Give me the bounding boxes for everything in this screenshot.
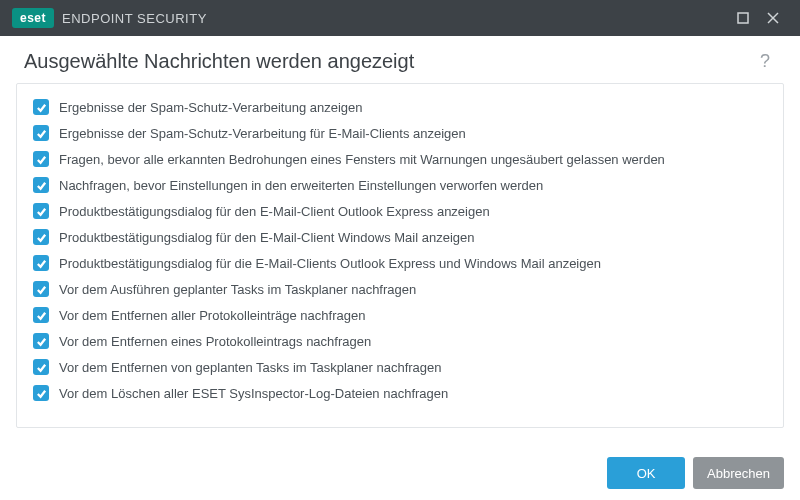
list-item: Produktbestätigungsdialog für den E-Mail… — [31, 224, 769, 250]
list-item: Vor dem Entfernen aller Protokolleinträg… — [31, 302, 769, 328]
checkbox[interactable] — [33, 307, 49, 323]
brand-badge: eset — [12, 8, 54, 28]
checkbox[interactable] — [33, 359, 49, 375]
brand-text: ENDPOINT SECURITY — [62, 11, 207, 26]
help-button[interactable]: ? — [754, 51, 776, 72]
check-icon — [36, 128, 47, 139]
checkbox[interactable] — [33, 177, 49, 193]
check-icon — [36, 102, 47, 113]
check-icon — [36, 284, 47, 295]
ok-button[interactable]: OK — [607, 457, 685, 489]
list-item-label: Produktbestätigungsdialog für den E-Mail… — [59, 230, 475, 245]
list-item: Produktbestätigungsdialog für die E-Mail… — [31, 250, 769, 276]
close-icon — [767, 12, 779, 24]
checkbox[interactable] — [33, 385, 49, 401]
checkbox[interactable] — [33, 255, 49, 271]
list-item-label: Ergebnisse der Spam-Schutz-Verarbeitung … — [59, 126, 466, 141]
list-item: Nachfragen, bevor Einstellungen in den e… — [31, 172, 769, 198]
check-icon — [36, 258, 47, 269]
checkbox[interactable] — [33, 281, 49, 297]
list-item-label: Produktbestätigungsdialog für die E-Mail… — [59, 256, 601, 271]
list-item: Vor dem Entfernen von geplanten Tasks im… — [31, 354, 769, 380]
list-item: Vor dem Ausführen geplanter Tasks im Tas… — [31, 276, 769, 302]
list-item-label: Fragen, bevor alle erkannten Bedrohungen… — [59, 152, 665, 167]
checkbox[interactable] — [33, 125, 49, 141]
check-icon — [36, 180, 47, 191]
minimize-icon — [737, 12, 749, 24]
list-item: Ergebnisse der Spam-Schutz-Verarbeitung … — [31, 120, 769, 146]
list-item-label: Ergebnisse der Spam-Schutz-Verarbeitung … — [59, 100, 363, 115]
check-icon — [36, 232, 47, 243]
page-title: Ausgewählte Nachrichten werden angezeigt — [24, 50, 754, 73]
list-item-label: Vor dem Entfernen von geplanten Tasks im… — [59, 360, 442, 375]
checkbox[interactable] — [33, 333, 49, 349]
list-item: Produktbestätigungsdialog für den E-Mail… — [31, 198, 769, 224]
dialog-footer: OK Abbrechen — [0, 446, 800, 500]
check-icon — [36, 206, 47, 217]
check-icon — [36, 388, 47, 399]
minimize-button[interactable] — [728, 3, 758, 33]
checkbox[interactable] — [33, 99, 49, 115]
check-icon — [36, 336, 47, 347]
list-item-label: Produktbestätigungsdialog für den E-Mail… — [59, 204, 490, 219]
svg-rect-0 — [738, 13, 748, 23]
notification-list[interactable]: Ergebnisse der Spam-Schutz-Verarbeitung … — [16, 83, 784, 428]
check-icon — [36, 362, 47, 373]
list-item-label: Vor dem Löschen aller ESET SysInspector-… — [59, 386, 448, 401]
list-item: Fragen, bevor alle erkannten Bedrohungen… — [31, 146, 769, 172]
dialog-header: Ausgewählte Nachrichten werden angezeigt… — [0, 36, 800, 83]
list-item: Vor dem Löschen aller ESET SysInspector-… — [31, 380, 769, 406]
check-icon — [36, 310, 47, 321]
list-item-label: Vor dem Entfernen aller Protokolleinträg… — [59, 308, 365, 323]
check-icon — [36, 154, 47, 165]
list-item-label: Vor dem Ausführen geplanter Tasks im Tas… — [59, 282, 416, 297]
checkbox[interactable] — [33, 203, 49, 219]
checkbox[interactable] — [33, 151, 49, 167]
checkbox[interactable] — [33, 229, 49, 245]
list-item: Ergebnisse der Spam-Schutz-Verarbeitung … — [31, 94, 769, 120]
titlebar: eset ENDPOINT SECURITY — [0, 0, 800, 36]
list-item-label: Nachfragen, bevor Einstellungen in den e… — [59, 178, 543, 193]
close-button[interactable] — [758, 3, 788, 33]
cancel-button[interactable]: Abbrechen — [693, 457, 784, 489]
list-item-label: Vor dem Entfernen eines Protokolleintrag… — [59, 334, 371, 349]
list-item: Vor dem Entfernen eines Protokolleintrag… — [31, 328, 769, 354]
